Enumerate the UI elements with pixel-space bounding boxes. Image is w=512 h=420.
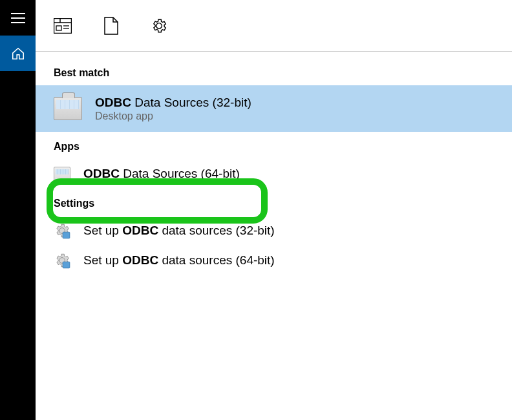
- svg-rect-6: [56, 26, 61, 30]
- start-sidebar: [0, 0, 36, 420]
- odbc-admin-small-icon: [54, 165, 70, 182]
- settings-filter-icon[interactable]: [151, 17, 167, 34]
- web-filter-icon[interactable]: [54, 18, 72, 34]
- home-button[interactable]: [0, 36, 36, 71]
- hamburger-menu-button[interactable]: [0, 0, 36, 36]
- settings-result-odbc-64[interactable]: Set up ODBC data sources (64-bit): [36, 246, 512, 275]
- svg-rect-9: [63, 232, 70, 238]
- odbc-admin-icon: [54, 94, 82, 123]
- settings-result-title-64: Set up ODBC data sources (64-bit): [83, 253, 275, 269]
- results-content: Best match ODBC Data Sources (32-bit) De…: [36, 52, 512, 420]
- settings-result-title-32: Set up ODBC data sources (32-bit): [83, 223, 275, 239]
- settings-header: Settings: [36, 189, 512, 216]
- main-panel: Best match ODBC Data Sources (32-bit) De…: [36, 0, 512, 420]
- best-match-title: ODBC Data Sources (32-bit): [95, 95, 251, 111]
- settings-gear-icon: [54, 222, 70, 239]
- best-match-header: Best match: [36, 63, 512, 85]
- settings-result-odbc-32[interactable]: Set up ODBC data sources (32-bit): [36, 216, 512, 246]
- apps-header: Apps: [36, 132, 512, 159]
- svg-rect-10: [63, 262, 70, 268]
- best-match-subtitle: Desktop app: [95, 110, 251, 122]
- filter-toolbar: [36, 0, 512, 52]
- documents-filter-icon[interactable]: [104, 17, 118, 35]
- settings-gear-icon: [54, 252, 70, 269]
- apps-result-title: ODBC Data Sources (64-bit): [83, 166, 240, 182]
- apps-result-odbc-64[interactable]: ODBC Data Sources (64-bit): [36, 159, 512, 189]
- best-match-result[interactable]: ODBC Data Sources (32-bit) Desktop app: [36, 85, 512, 132]
